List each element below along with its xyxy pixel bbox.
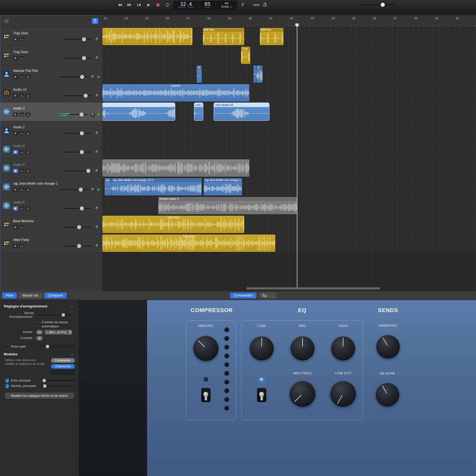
- solo-button[interactable]: [19, 206, 24, 210]
- region-unnamed[interactable]: [254, 65, 256, 83]
- ruler-measure[interactable]: 24: [123, 15, 144, 27]
- track-lane-4[interactable]: HARPE: [102, 84, 476, 102]
- eq-mid-freq-knob[interactable]: [290, 381, 315, 407]
- solo-button[interactable]: [19, 131, 24, 135]
- mute-button[interactable]: [13, 169, 18, 173]
- track-lane-11[interactable]: Trap Door: [102, 215, 476, 234]
- track-lane-3[interactable]: rain: [102, 65, 476, 84]
- input-select[interactable]: 1 (Micr...ok Pro): [44, 330, 72, 335]
- ruler-measure[interactable]: 26: [164, 15, 185, 27]
- track-volume-slider[interactable]: [63, 169, 92, 173]
- slider-thumb[interactable]: [43, 384, 47, 388]
- monitor-button[interactable]: [26, 169, 30, 173]
- compressor-power-switch[interactable]: [201, 388, 210, 402]
- tab-eg[interactable]: Ég.: [259, 292, 276, 298]
- tab-commandes[interactable]: Commandes: [230, 292, 257, 298]
- region-trap[interactable]: Trap: [241, 47, 250, 64]
- pan-knob[interactable]: [94, 225, 99, 230]
- play-button[interactable]: [145, 2, 152, 8]
- track-volume-slider[interactable]: [63, 225, 92, 229]
- tuner-icon[interactable]: [241, 2, 244, 8]
- mute-button[interactable]: [13, 188, 18, 192]
- region-voix-roxane-18[interactable]: voix roxane.18: [214, 103, 269, 120]
- slider-thumb[interactable]: [82, 37, 86, 41]
- track-header-8[interactable]: Audio 4: [0, 159, 102, 178]
- region-voix-r[interactable]: voix r: [194, 103, 203, 120]
- ruler-measure[interactable]: 25: [144, 15, 164, 27]
- mute-button[interactable]: [13, 225, 18, 229]
- region-808-flex[interactable]: 808 Flex: [203, 28, 244, 45]
- solo-button[interactable]: [19, 94, 24, 98]
- track-header-5[interactable]: Audio 3: [0, 102, 102, 121]
- mute-button[interactable]: [13, 94, 18, 98]
- slider-thumb[interactable]: [80, 150, 84, 154]
- solo-button[interactable]: [19, 225, 24, 229]
- metronome-icon[interactable]: [263, 2, 267, 8]
- track-header-10[interactable]: Audio 5: [0, 196, 102, 215]
- pan-knob[interactable]: [94, 206, 99, 211]
- mute-button[interactable]: [13, 75, 18, 79]
- ruler-measure[interactable]: 28: [206, 15, 227, 27]
- pan-knob[interactable]: [94, 131, 99, 136]
- track-header-9[interactable]: rap Jean Moilin voix mixage 1: [0, 178, 102, 196]
- slider-thumb[interactable]: [77, 225, 81, 229]
- solo-button[interactable]: [19, 244, 24, 248]
- monitor-button[interactable]: [26, 206, 30, 210]
- pan-knob[interactable]: [94, 37, 99, 42]
- noise-gate-checkbox[interactable]: [5, 345, 9, 348]
- track-volume-slider[interactable]: [63, 131, 92, 135]
- region-808-flex[interactable]: 808 Flex: [260, 28, 283, 45]
- eq-power-switch[interactable]: [257, 388, 266, 402]
- ruler-measure[interactable]: 36: [371, 15, 392, 27]
- region-in[interactable]: in: [256, 65, 263, 83]
- track-header-3[interactable]: Natural Flat Pick: [0, 65, 102, 84]
- region-harpe[interactable]: HARPE: [102, 84, 249, 102]
- amount-knob[interactable]: [193, 336, 218, 361]
- solo-button[interactable]: [19, 169, 24, 173]
- slider-thumb[interactable]: [80, 131, 84, 135]
- eq-low-cut-knob[interactable]: [330, 381, 356, 407]
- pan-knob[interactable]: [94, 244, 99, 249]
- ruler-measure[interactable]: 39: [434, 15, 454, 27]
- track-volume-slider[interactable]: [59, 112, 88, 117]
- slider-thumb[interactable]: [42, 379, 46, 382]
- slider-thumb[interactable]: [77, 244, 81, 248]
- ruler-measure[interactable]: 34: [330, 15, 351, 27]
- channel-eq-module-button[interactable]: Channel EQ: [51, 364, 75, 369]
- mute-button[interactable]: [13, 206, 18, 210]
- track-lane-5[interactable]: voix rvoix roxane.18: [102, 102, 476, 121]
- compare-button[interactable]: Comparer: [44, 292, 67, 298]
- echo-checkbox[interactable]: [5, 379, 9, 382]
- sends-ambience-knob[interactable]: [376, 335, 400, 358]
- pan-knob[interactable]: [90, 112, 95, 117]
- pan-knob[interactable]: [94, 169, 99, 173]
- region-trap-door[interactable]: Trap Door: [102, 216, 244, 233]
- track-header-1[interactable]: Trap Door: [0, 27, 102, 46]
- solo-button[interactable]: [19, 56, 24, 60]
- mute-button[interactable]: [13, 131, 18, 135]
- tab-master-vol[interactable]: Master vol.: [19, 292, 42, 298]
- ruler-measure[interactable]: 29: [227, 15, 247, 27]
- track-header-4[interactable]: Audio 10: [0, 84, 102, 102]
- cycle-button[interactable]: [164, 2, 171, 8]
- echo-slider[interactable]: [41, 379, 75, 383]
- catch-playhead-button[interactable]: [92, 18, 98, 24]
- mute-button[interactable]: [13, 150, 18, 154]
- solo-button[interactable]: [19, 150, 24, 154]
- mute-button[interactable]: [13, 37, 18, 41]
- mute-button[interactable]: [13, 112, 18, 117]
- tab-piste[interactable]: Piste: [2, 292, 17, 298]
- slider-thumb[interactable]: [62, 313, 65, 317]
- rewind-button[interactable]: [117, 2, 123, 8]
- pan-knob[interactable]: [90, 187, 95, 192]
- edit-echo-reverb-button[interactable]: Modifier les réglages d'écho et de réver…: [5, 392, 74, 399]
- modules-section-header[interactable]: Modules: [0, 350, 79, 358]
- region-trap-door[interactable]: Trap Door: [102, 234, 275, 252]
- input-format-button[interactable]: [36, 330, 43, 334]
- count-in-button[interactable]: 1234: [253, 3, 260, 6]
- eq-low-knob[interactable]: [250, 336, 274, 360]
- track-lane-2[interactable]: Trap: [102, 46, 476, 65]
- slider-thumb[interactable]: [80, 206, 84, 210]
- eq-high-knob[interactable]: [331, 336, 355, 360]
- solo-button[interactable]: [19, 37, 24, 41]
